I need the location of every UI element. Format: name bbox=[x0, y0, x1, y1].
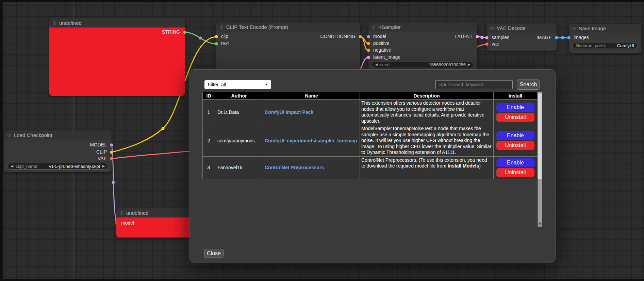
wire-model-dot bbox=[112, 181, 115, 184]
port-model-output[interactable] bbox=[110, 143, 113, 147]
enable-button[interactable]: Enable bbox=[496, 158, 534, 167]
node-undefined-string[interactable]: undefined STRING bbox=[49, 18, 185, 96]
node-title: undefined bbox=[59, 20, 82, 26]
wire-latent-dot bbox=[481, 36, 484, 39]
scroll-down-icon: ▼ bbox=[539, 223, 541, 226]
widget-value: ComfyUI bbox=[617, 43, 634, 48]
node-title-bar[interactable]: Save Image bbox=[569, 24, 641, 33]
node-title-bar[interactable]: CLIP Text Encode (Prompt) bbox=[216, 22, 360, 32]
node-title-bar[interactable]: undefined bbox=[49, 18, 185, 28]
wire-string-dot bbox=[199, 37, 202, 40]
port-latent-output[interactable] bbox=[476, 35, 479, 38]
cell-install: Enable Uninstall bbox=[494, 125, 538, 157]
cell-name: ControlNet Preprocessors bbox=[263, 156, 360, 179]
port-label: positive bbox=[373, 40, 389, 46]
port-label: STRING bbox=[162, 29, 180, 35]
node-collapse-dot-icon[interactable] bbox=[120, 211, 123, 215]
enable-button[interactable]: Enable bbox=[496, 103, 534, 112]
dropdown-caret-icon: ▼ bbox=[265, 83, 268, 86]
port-negative-input[interactable] bbox=[367, 49, 370, 52]
cell-id: 3 bbox=[203, 156, 215, 179]
node-save-image[interactable]: Save Image images filename_prefix ComfyU… bbox=[569, 24, 641, 53]
col-header-id: ID bbox=[203, 92, 215, 100]
filter-select[interactable]: Filter: all ▼ bbox=[204, 80, 271, 89]
node-collapse-dot-icon[interactable] bbox=[490, 27, 494, 30]
cell-id: 1 bbox=[203, 100, 215, 125]
port-clip-output[interactable] bbox=[110, 151, 113, 154]
node-load-checkpoint[interactable]: Load Checkpoint MODEL CLIP VAE ◀ ckpt_na… bbox=[4, 130, 112, 172]
col-header-install: Install bbox=[494, 92, 538, 100]
cell-id: 2 bbox=[203, 125, 215, 157]
port-vae-output[interactable] bbox=[110, 157, 113, 160]
port-text-input[interactable] bbox=[215, 42, 218, 46]
table-row: 3 Fannovel16 ControlNet Preprocessors Co… bbox=[203, 156, 538, 179]
node-title: Save Image bbox=[579, 25, 606, 31]
previous-arrow-icon[interactable]: ◀ bbox=[11, 165, 13, 168]
port-model-input[interactable] bbox=[115, 222, 118, 225]
node-collapse-dot-icon[interactable] bbox=[220, 25, 223, 29]
port-latent-image-input[interactable] bbox=[367, 56, 370, 59]
cell-name: ComfyUI_experiments/sampler_tonemap bbox=[263, 125, 360, 157]
port-label: IMAGE bbox=[536, 35, 552, 40]
extension-link[interactable]: ControlNet Preprocessors bbox=[265, 165, 324, 170]
scrollbar-track[interactable]: ▼ bbox=[538, 92, 542, 227]
port-samples-input[interactable] bbox=[485, 36, 489, 39]
node-title: KSampler bbox=[378, 24, 401, 30]
node-title-bar[interactable]: Load Checkpoint bbox=[4, 130, 112, 140]
port-vae-input[interactable] bbox=[485, 42, 489, 46]
node-collapse-dot-icon[interactable] bbox=[372, 25, 375, 29]
widget-label: seed bbox=[380, 62, 390, 67]
custom-nodes-manager-dialog: Filter: all ▼ Search ID Author Name Desc… bbox=[190, 70, 555, 263]
filename-prefix-widget[interactable]: filename_prefix ComfyUI bbox=[572, 42, 638, 49]
search-input[interactable] bbox=[435, 80, 513, 89]
custom-nodes-table: ID Author Name Description Install 1 Dr.… bbox=[202, 92, 538, 179]
uninstall-button[interactable]: Uninstall bbox=[496, 141, 534, 150]
cell-description: ModelSamplerTonemapNoiseTest a node that… bbox=[360, 125, 494, 157]
port-conditioning-output[interactable] bbox=[359, 35, 362, 38]
scroll-down-button[interactable]: ▼ bbox=[538, 222, 542, 227]
port-label: samples bbox=[492, 35, 509, 40]
port-model-input[interactable] bbox=[367, 35, 370, 38]
node-title-bar[interactable]: KSampler bbox=[368, 22, 477, 32]
widget-value: 156680208700286 bbox=[429, 62, 466, 67]
close-button[interactable]: Close bbox=[204, 249, 224, 258]
ckpt-name-widget[interactable]: ◀ ckpt_name v1-5-pruned-emaonly.ckpt ▶ bbox=[7, 163, 108, 170]
widget-value: v1-5-pruned-emaonly.ckpt bbox=[49, 164, 100, 169]
port-string-output[interactable] bbox=[183, 31, 186, 34]
port-clip-input[interactable] bbox=[215, 35, 218, 38]
uninstall-button[interactable]: Uninstall bbox=[496, 168, 534, 177]
table-row: 1 Dr.Lt.Data ComfyUI Impact Pack This ex… bbox=[203, 100, 538, 125]
extension-link[interactable]: ComfyUI_experiments/sampler_tonemap bbox=[265, 138, 357, 143]
col-header-name: Name bbox=[263, 92, 360, 100]
node-collapse-dot-icon[interactable] bbox=[572, 27, 576, 30]
node-title: undefined bbox=[126, 210, 149, 216]
next-arrow-icon[interactable]: ▶ bbox=[102, 165, 105, 168]
uninstall-button[interactable]: Uninstall bbox=[496, 113, 534, 122]
port-label: images bbox=[574, 35, 589, 40]
extension-link[interactable]: ComfyUI Impact Pack bbox=[265, 109, 313, 115]
port-image-output[interactable] bbox=[555, 36, 558, 39]
search-button[interactable]: Search bbox=[517, 80, 540, 90]
port-label: clip bbox=[221, 34, 228, 39]
description-tail-text: ) bbox=[479, 163, 481, 169]
port-positive-input[interactable] bbox=[367, 42, 370, 45]
increment-arrow-icon[interactable]: ▶ bbox=[468, 63, 470, 66]
port-images-input[interactable] bbox=[567, 36, 571, 39]
seed-widget[interactable]: ◀ seed 156680208700286 ▶ bbox=[372, 61, 474, 68]
node-collapse-dot-icon[interactable] bbox=[53, 21, 56, 25]
col-header-author: Author bbox=[215, 92, 263, 100]
node-vae-decode[interactable]: VAE Decode samples IMAGE vae bbox=[487, 23, 557, 51]
port-label: negative bbox=[373, 47, 391, 53]
node-title-bar[interactable]: VAE Decode bbox=[487, 23, 557, 33]
enable-button[interactable]: Enable bbox=[496, 131, 534, 140]
node-collapse-dot-icon[interactable] bbox=[7, 134, 11, 137]
node-ksampler[interactable]: KSampler model LATENT positive negative … bbox=[368, 22, 477, 73]
wire-image-dot bbox=[561, 36, 564, 39]
node-canvas[interactable]: undefined STRING CLIP Text Encode (Promp… bbox=[0, 0, 644, 281]
wire-clip-dot bbox=[162, 127, 165, 130]
scrollbar-thumb[interactable] bbox=[538, 93, 542, 179]
node-body-error bbox=[49, 28, 185, 96]
decrement-arrow-icon[interactable]: ◀ bbox=[375, 63, 378, 66]
table-header-row: ID Author Name Description Install bbox=[203, 92, 538, 100]
port-label: latent_image bbox=[373, 54, 400, 60]
